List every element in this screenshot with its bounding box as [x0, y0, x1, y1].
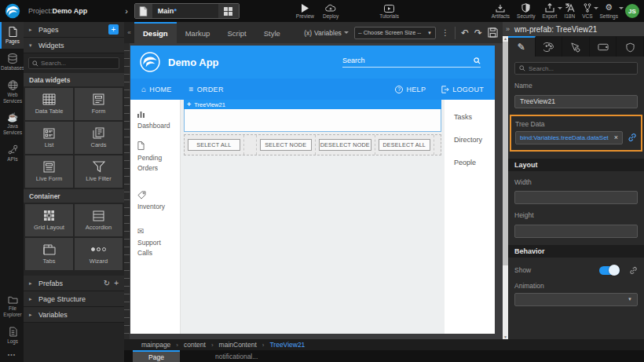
nav-logout[interactable]: LOGOUT	[441, 86, 484, 93]
add-page-button[interactable]: +	[108, 24, 119, 35]
widget-card-cards[interactable]: Cards	[75, 122, 123, 154]
widget-card-tabs[interactable]: Tabs	[25, 238, 73, 270]
section-prefabs[interactable]: ▸ Prefabs ↻ +	[24, 276, 124, 291]
widget-card-form[interactable]: Form	[75, 88, 123, 120]
tab-properties[interactable]: ✎	[508, 36, 536, 57]
funnel-icon	[93, 161, 105, 173]
section-widgets[interactable]: ▾ Widgets	[24, 38, 124, 53]
breadcrumb-item[interactable]: content	[184, 341, 206, 349]
tutorials-button[interactable]: Tutorials	[379, 0, 399, 22]
move-icon: +	[187, 101, 191, 108]
settings-button[interactable]: ⚙ Settings	[600, 0, 619, 22]
vcs-button[interactable]: VCS	[582, 0, 592, 22]
tab-events[interactable]	[562, 36, 590, 57]
deselect-node-button[interactable]: DESELECT NODE	[319, 139, 371, 151]
height-field[interactable]	[514, 225, 638, 238]
grid-layout-icon	[43, 210, 55, 221]
more-options-icon[interactable]: ⋮	[441, 28, 449, 37]
screen-size-select[interactable]: -- Choose Screen Size -- ▼	[354, 27, 436, 39]
treeview-widget[interactable]	[184, 109, 441, 132]
sidebar-item-support-calls[interactable]: ✉ Support Calls	[137, 226, 180, 258]
properties-search-input[interactable]	[529, 65, 633, 72]
bind-link-icon[interactable]	[628, 133, 637, 142]
tree-data-field[interactable]: bind:Variables.treeData.dataSet ×	[515, 131, 623, 144]
widget-card-grid-layout[interactable]: Grid Layout	[25, 204, 73, 236]
nav-home[interactable]: ⌂HOME	[141, 85, 172, 93]
breadcrumb-item[interactable]: mainpage	[141, 341, 170, 349]
rail-item-logs[interactable]: Logs	[0, 322, 24, 349]
preview-button[interactable]: Preview	[296, 0, 314, 22]
user-avatar[interactable]: JS	[625, 4, 639, 18]
redo-icon[interactable]: ↷	[474, 28, 482, 38]
rail-item-java-services[interactable]: ☕ Java Services	[0, 108, 24, 140]
section-page-structure[interactable]: ▸ Page Structure	[24, 291, 124, 307]
artifacts-button[interactable]: Artifacts	[492, 0, 510, 22]
undo-icon[interactable]: ↶	[461, 28, 469, 38]
widget-card-live-filter[interactable]: Live Filter	[75, 155, 123, 188]
export-button[interactable]: Export	[543, 0, 558, 22]
select-all-button[interactable]: SELECT ALL	[188, 139, 240, 151]
sidebar-item-pending-orders[interactable]: Pending Orders	[137, 141, 180, 174]
scroll-up-icon[interactable]: ▲	[503, 36, 507, 41]
rail-more-icon[interactable]: •••	[0, 349, 24, 362]
name-field[interactable]	[514, 95, 638, 108]
scrollbar-thumb[interactable]	[503, 42, 508, 265]
page-selector[interactable]: Main*	[134, 3, 240, 19]
collapse-left-panel-icon[interactable]: «	[124, 22, 134, 43]
tab-design[interactable]: Design	[134, 22, 177, 43]
widget-card-list[interactable]: List	[25, 122, 73, 154]
tab-style[interactable]: Style	[255, 22, 289, 43]
section-pages[interactable]: ▸ Pages +	[24, 22, 124, 38]
breadcrumb-current[interactable]: TreeView21	[269, 341, 305, 349]
sidebar-item-inventory[interactable]: Inventory	[137, 190, 180, 212]
save-icon[interactable]	[488, 27, 498, 38]
collapse-right-panel-icon[interactable]: »	[506, 25, 510, 33]
breadcrumb-item[interactable]: mainContent	[219, 341, 257, 349]
animation-select[interactable]: ▼	[514, 293, 638, 306]
sidebar-item-dashboard[interactable]: Dashboard	[137, 109, 180, 131]
section-variables[interactable]: ▸ Variables	[24, 307, 124, 323]
deploy-button[interactable]: Deploy	[323, 0, 338, 22]
widget-card-accordion[interactable]: Accordion	[75, 204, 123, 236]
width-field[interactable]	[514, 191, 638, 204]
nav-help[interactable]: ?HELP	[395, 86, 426, 93]
treeview-selection-header[interactable]: + TreeView21	[184, 100, 441, 109]
app-search[interactable]: Search	[342, 57, 481, 68]
page-grid-icon[interactable]	[218, 4, 239, 18]
link-people[interactable]: People	[454, 159, 495, 166]
i18n-button[interactable]: I18N	[564, 0, 575, 22]
tab-styles[interactable]	[536, 36, 563, 57]
widget-card-live-form[interactable]: Live Form	[25, 155, 73, 188]
tab-markup[interactable]: Markup	[177, 22, 219, 43]
form-icon	[93, 93, 104, 105]
link-directory[interactable]: Directory	[454, 136, 495, 144]
widget-search-input[interactable]	[41, 60, 115, 67]
tab-script[interactable]: Script	[218, 22, 254, 43]
rail-item-apis[interactable]: APIs	[0, 140, 24, 166]
nav-order[interactable]: ≡ORDER	[189, 85, 224, 93]
rail-item-web-services[interactable]: Web Services	[0, 75, 24, 108]
widget-card-wizard[interactable]: Wizard	[75, 238, 123, 270]
deselect-all-button[interactable]: DESELECT ALL	[379, 139, 431, 151]
tab-notification[interactable]: notificational...	[215, 350, 258, 362]
tab-security[interactable]	[617, 36, 644, 57]
clear-binding-icon[interactable]: ×	[611, 133, 618, 141]
bind-link-icon[interactable]	[629, 266, 638, 275]
rail-item-file-explorer[interactable]: File Explorer	[0, 291, 24, 322]
scroll-down-icon[interactable]: ▼	[503, 335, 507, 339]
add-prefab-icon[interactable]: +	[114, 279, 119, 287]
treeview-widget-title: TreeView21	[194, 101, 225, 108]
security-button[interactable]: Security	[517, 0, 535, 22]
tab-device[interactable]	[590, 36, 617, 57]
show-toggle[interactable]	[599, 266, 620, 275]
rail-item-databases[interactable]: Databases	[0, 49, 24, 75]
select-node-button[interactable]: SELECT NODE	[260, 139, 313, 151]
app-logo-icon	[140, 52, 160, 72]
widget-card-data-table[interactable]: Data Table	[25, 88, 73, 120]
panel-scrollbar[interactable]: ▲ ▼	[503, 36, 508, 339]
rail-item-pages[interactable]: Pages	[0, 22, 24, 49]
link-tasks[interactable]: Tasks	[454, 113, 495, 121]
tab-page[interactable]: Page	[133, 350, 180, 362]
refresh-icon[interactable]: ↻	[104, 279, 110, 287]
variables-dropdown[interactable]: (x)Variables	[304, 29, 349, 37]
